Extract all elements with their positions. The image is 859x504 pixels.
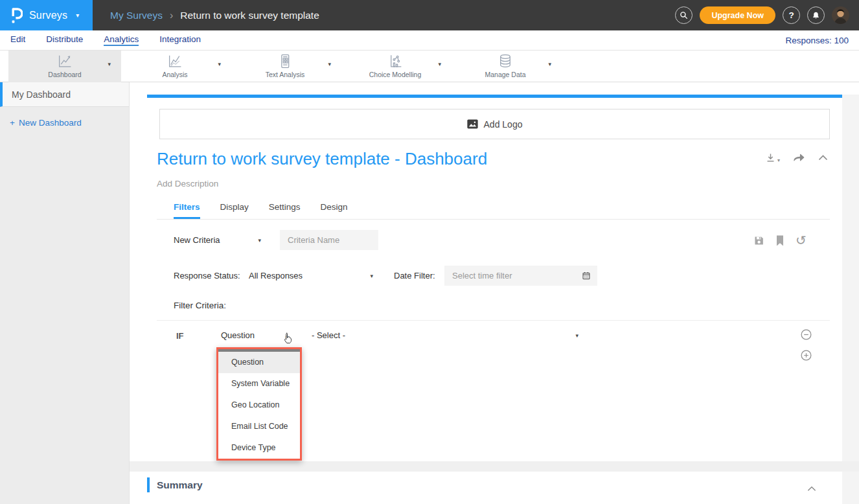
new-dashboard-button[interactable]: + New Dashboard [0, 118, 129, 128]
dropdown-option-device-type[interactable]: Device Type [218, 437, 300, 459]
download-icon [765, 152, 776, 163]
chevron-down-icon[interactable]: ▾ [548, 61, 551, 67]
date-filter-field[interactable] [444, 266, 597, 286]
product-name: Surveys [29, 10, 67, 21]
breadcrumb: My Surveys › Return to work survey templ… [110, 10, 319, 21]
save-criteria-button[interactable] [753, 235, 764, 246]
chevron-down-icon[interactable]: ▾ [108, 61, 111, 67]
date-filter-label: Date Filter: [394, 271, 435, 281]
dashboard-accent-line [147, 95, 842, 98]
tool-dashboard[interactable]: Dashboard ▾ [8, 51, 121, 82]
add-logo-label: Add Logo [484, 119, 523, 130]
collapse-panel-button[interactable] [818, 155, 828, 161]
chevron-up-icon: ▴ [285, 332, 288, 339]
share-button[interactable] [793, 153, 805, 163]
add-logo-dropzone[interactable]: Add Logo [159, 109, 830, 139]
dashboard-sidebar: My Dashboard + New Dashboard [0, 82, 130, 504]
question-mark-icon: ? [788, 10, 794, 20]
questionpro-logo-icon [10, 6, 23, 24]
tab-filters[interactable]: Filters [174, 202, 200, 219]
manage-data-icon [498, 53, 514, 72]
settings-tabs: Filters Display Settings Design [157, 202, 830, 220]
menu-item-edit[interactable]: Edit [10, 34, 25, 46]
user-avatar[interactable] [832, 6, 849, 24]
bookmark-criteria-button[interactable] [775, 235, 785, 246]
reset-filters-button[interactable]: ↺ [796, 234, 807, 247]
tab-settings[interactable]: Settings [269, 202, 301, 219]
chevron-down-icon[interactable]: ▾ [328, 61, 331, 67]
dashboard-title[interactable]: Return to work survey template - Dashboa… [157, 149, 487, 169]
tool-label: Analysis [119, 71, 231, 78]
chevron-down-icon: ▾ [370, 273, 373, 279]
top-bar: Surveys ▾ My Surveys › Return to work su… [0, 0, 859, 30]
chevron-down-icon[interactable]: ▾ [438, 61, 441, 67]
dashboard-chart-icon [57, 53, 73, 72]
choice-modelling-icon [387, 53, 404, 72]
dashboard-actions: ▾ [765, 152, 828, 163]
response-status-label: Response Status: [174, 271, 240, 281]
topbar-actions: Upgrade Now ? [675, 6, 859, 24]
condition-type-value: Question [221, 330, 255, 340]
condition-value-select[interactable]: - Select - ▾ [312, 330, 578, 340]
analytics-toolbar: Dashboard ▾ Analysis ▾ [0, 51, 859, 82]
chevron-up-icon [807, 486, 816, 492]
help-button[interactable]: ? [783, 6, 800, 24]
chevron-down-icon: ▾ [777, 157, 780, 163]
search-button[interactable] [675, 6, 693, 24]
dropdown-option-email-list-code[interactable]: Email List Code [218, 416, 300, 437]
tool-label: Text Analysis [229, 71, 341, 78]
survey-menu-bar: Edit Distribute Analytics Integration Re… [0, 30, 859, 51]
new-dashboard-label: New Dashboard [19, 118, 82, 128]
add-description-field[interactable]: Add Description [157, 179, 218, 189]
upgrade-now-button[interactable]: Upgrade Now [700, 6, 775, 24]
condition-type-select[interactable]: Question ▴ [221, 330, 288, 340]
tool-manage-data[interactable]: Manage Data ▾ [449, 51, 562, 82]
scroll-gutter[interactable] [842, 95, 859, 504]
download-button[interactable]: ▾ [765, 152, 780, 163]
bookmark-icon [775, 235, 785, 246]
tool-choice-modelling[interactable]: Choice Modelling ▾ [339, 51, 452, 82]
criteria-action-icons: ↺ [753, 232, 807, 249]
condition-type-dropdown: Question System Variable Geo Location Em… [216, 347, 302, 461]
app-window: Surveys ▾ My Surveys › Return to work su… [0, 0, 859, 504]
text-analysis-icon [277, 53, 293, 72]
chevron-down-icon[interactable]: ▾ [218, 61, 221, 67]
menu-item-distribute[interactable]: Distribute [46, 34, 83, 46]
response-status-select[interactable]: All Responses ▾ [249, 271, 373, 281]
menu-item-analytics[interactable]: Analytics [104, 34, 139, 46]
dropdown-option-geo-location[interactable]: Geo Location [218, 395, 300, 416]
summary-heading: Summary [157, 479, 203, 491]
tab-display[interactable]: Display [220, 202, 249, 219]
notifications-button[interactable] [807, 6, 825, 24]
criteria-name-input[interactable] [280, 230, 378, 250]
sidebar-item-my-dashboard[interactable]: My Dashboard [0, 82, 129, 107]
tool-text-analysis[interactable]: Text Analysis ▾ [229, 51, 341, 82]
dropdown-option-system-variable[interactable]: System Variable [218, 373, 300, 395]
divider [157, 320, 830, 321]
new-criteria-select[interactable]: New Criteria ▾ [174, 235, 261, 245]
section-gap [130, 461, 859, 472]
dashboard-main-panel: Add Logo Return to work survey template … [130, 82, 859, 504]
remove-condition-button[interactable] [801, 329, 812, 343]
add-condition-button[interactable] [801, 350, 812, 363]
search-icon [680, 11, 688, 19]
tab-design[interactable]: Design [321, 202, 348, 219]
breadcrumb-separator-icon: › [170, 10, 173, 21]
tool-analysis[interactable]: Analysis ▾ [119, 51, 231, 82]
condition-value: - Select - [312, 330, 345, 340]
chevron-down-icon: ▾ [575, 332, 578, 339]
breadcrumb-my-surveys[interactable]: My Surveys [110, 10, 163, 21]
product-switcher[interactable]: Surveys ▾ [0, 0, 93, 30]
summary-section: Summary [147, 472, 842, 504]
collapse-summary-button[interactable] [807, 483, 816, 494]
responses-count[interactable]: Responses: 100 [785, 36, 849, 45]
chevron-up-icon [818, 155, 828, 161]
if-label: IF [176, 331, 184, 341]
dropdown-option-question[interactable]: Question [218, 352, 300, 373]
filter-criteria-heading: Filter Criteria: [174, 301, 226, 310]
tool-label: Dashboard [8, 71, 121, 78]
save-icon [753, 235, 764, 246]
date-filter-input[interactable] [452, 271, 582, 281]
menu-item-integration[interactable]: Integration [159, 34, 201, 46]
bell-icon [812, 11, 820, 20]
